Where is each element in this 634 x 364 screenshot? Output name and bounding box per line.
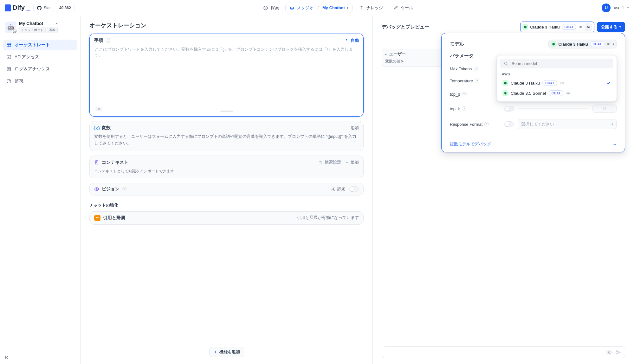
vision-settings[interactable]: 設定 bbox=[331, 186, 346, 192]
anthropic-icon: ✱ bbox=[551, 41, 556, 47]
sidenav-orchestrate[interactable]: オーケストレート bbox=[3, 40, 77, 50]
sidebar: 🤖 💬 My Chatbot ▾ チャットボット 基本 オーケストレート bbox=[0, 16, 81, 364]
anthropic-icon: ✱ bbox=[502, 90, 508, 96]
publish-button[interactable]: 公開する ▾ bbox=[597, 22, 625, 32]
app-card[interactable]: 🤖 💬 My Chatbot ▾ チャットボット 基本 bbox=[3, 19, 77, 35]
user-name: user1 bbox=[614, 5, 624, 10]
top-k-value[interactable]: 0 bbox=[592, 105, 617, 113]
document-icon bbox=[94, 160, 99, 165]
braces-icon: {x} bbox=[94, 125, 99, 131]
model-picker[interactable]: ✱ Claude 3 Haiku CHAT ▾ bbox=[548, 40, 617, 48]
settings-button[interactable] bbox=[585, 23, 592, 31]
logo[interactable]: Dify_ bbox=[5, 4, 30, 11]
plus-icon: ＋ bbox=[213, 349, 217, 355]
citation-panel: 引用と帰属 引用と帰属が有効になっています bbox=[89, 211, 364, 225]
help-icon[interactable]: ? bbox=[122, 187, 126, 191]
svg-point-29 bbox=[587, 26, 588, 27]
github-star[interactable]: Star 49,862 bbox=[33, 4, 74, 12]
svg-point-24 bbox=[96, 188, 97, 190]
debug-title: デバッグとプレビュー bbox=[382, 24, 429, 30]
eye-icon bbox=[566, 91, 570, 95]
github-star-label: Star bbox=[44, 6, 51, 10]
prompt-textarea[interactable] bbox=[94, 46, 359, 103]
response-format-toggle[interactable] bbox=[504, 121, 514, 127]
auto-generate[interactable]: 自動 bbox=[344, 38, 359, 43]
user-input-title: ユーザー bbox=[389, 52, 406, 57]
vision-panel: ビジョン ? 設定 bbox=[89, 183, 364, 195]
svg-rect-6 bbox=[7, 43, 11, 47]
gear-icon bbox=[331, 187, 336, 192]
add-variable[interactable]: ＋ 追加 bbox=[345, 125, 359, 131]
send-icon[interactable] bbox=[615, 349, 622, 355]
nav-tools[interactable]: ツール bbox=[389, 3, 417, 13]
chevron-down-icon[interactable]: ▾ bbox=[56, 22, 58, 25]
help-icon[interactable]: ? bbox=[475, 79, 479, 83]
prompt-panel: 手順 ? 自動 0 bbox=[89, 34, 364, 117]
search-settings[interactable]: 検索設定 bbox=[318, 160, 341, 165]
terminal-icon bbox=[6, 54, 11, 60]
response-format-select[interactable]: 選択してください ▾ bbox=[518, 119, 617, 129]
svg-point-35 bbox=[568, 93, 569, 94]
param-response-format: Response Format ? 選択してください ▾ bbox=[450, 116, 617, 132]
help-icon[interactable]: ? bbox=[462, 106, 466, 111]
svg-point-22 bbox=[320, 161, 320, 162]
svg-marker-1 bbox=[265, 7, 267, 9]
resize-handle[interactable] bbox=[220, 111, 233, 112]
svg-point-23 bbox=[321, 163, 321, 163]
nav-current-app[interactable]: My Chatbot ▾ bbox=[322, 5, 348, 10]
eye-icon bbox=[606, 42, 611, 46]
sidenav-logs[interactable]: ログ＆アナウンス bbox=[3, 64, 77, 74]
multi-model-debug-link[interactable]: 複数モデルでデバッグ bbox=[450, 141, 491, 147]
variables-hint: 変数を使用すると、ユーザーはフォームに入力する際にプロンプトの単語や開始の言葉を… bbox=[94, 133, 359, 147]
sidebar-collapse[interactable] bbox=[4, 354, 10, 360]
robot-icon bbox=[289, 5, 294, 10]
app-title: My Chatbot bbox=[19, 21, 43, 26]
svg-point-34 bbox=[561, 83, 562, 84]
nav-knowledge[interactable]: ナレッジ bbox=[355, 3, 387, 13]
vision-toggle[interactable] bbox=[349, 186, 359, 192]
plus-icon: ＋ bbox=[345, 125, 349, 131]
eye-icon bbox=[94, 187, 99, 192]
chevron-down-icon: ▾ bbox=[347, 6, 348, 10]
header-right: U user1 ▾ bbox=[602, 3, 629, 12]
side-nav: オーケストレート APIアクセス ログ＆アナウンス 監視 bbox=[3, 40, 77, 86]
citation-title: 引用と帰属 bbox=[103, 215, 125, 221]
top-nav: 探索 スタジオ / My Chatbot ▾ ナレッジ ツール bbox=[78, 3, 599, 13]
model-selector-top[interactable]: ✱ Claude 3 Haiku CHAT bbox=[520, 22, 594, 32]
context-panel: コンテキスト 検索設定 ＋ 追加 bbox=[89, 156, 364, 178]
enhance-heading: チャットの強化 bbox=[89, 202, 364, 208]
context-hint: コンテキストとして知識をインポートできます bbox=[94, 168, 359, 174]
list-icon bbox=[6, 67, 11, 72]
arrow-right-icon[interactable]: → bbox=[612, 142, 617, 147]
top-k-slider[interactable] bbox=[518, 106, 589, 112]
help-icon[interactable]: ? bbox=[462, 92, 467, 96]
chat-input[interactable]: 0 bbox=[382, 346, 625, 358]
github-icon bbox=[37, 5, 42, 10]
nav-explore[interactable]: 探索 bbox=[259, 3, 283, 13]
model-search-input[interactable] bbox=[511, 61, 610, 66]
add-context[interactable]: ＋ 追加 bbox=[345, 160, 359, 165]
context-title: コンテキスト bbox=[102, 160, 128, 165]
top-k-toggle[interactable] bbox=[504, 106, 514, 112]
help-icon[interactable]: ? bbox=[106, 38, 110, 43]
layout-icon bbox=[6, 42, 11, 48]
variables-panel: {x} 変数 ＋ 追加 変数を使用すると、ユーザーはフォームに入力する際にプロン… bbox=[89, 121, 364, 151]
help-icon[interactable]: ? bbox=[474, 67, 478, 71]
help-icon[interactable]: ? bbox=[484, 122, 489, 126]
model-search[interactable] bbox=[500, 59, 613, 68]
orchestration-title: オーケストレーション bbox=[89, 22, 146, 29]
quote-icon bbox=[94, 215, 100, 221]
model-label: モデル bbox=[450, 41, 464, 47]
steps-label: 手順 bbox=[94, 38, 103, 43]
chevron-down-icon[interactable]: ▾ bbox=[627, 6, 629, 10]
user-avatar[interactable]: U bbox=[602, 3, 611, 12]
add-feature-button[interactable]: ＋ 機能を追加 bbox=[209, 347, 244, 357]
sidenav-monitor[interactable]: 監視 bbox=[3, 76, 77, 86]
github-star-count: 49,862 bbox=[56, 4, 74, 12]
chat-char-count: 0 bbox=[606, 350, 613, 354]
model-option-claude-3-5-sonnet[interactable]: ✱ Claude 3.5 Sonnet CHAT bbox=[500, 88, 613, 98]
sidenav-api-access[interactable]: APIアクセス bbox=[3, 52, 77, 62]
model-option-claude-3-haiku[interactable]: ✱ Claude 3 Haiku CHAT bbox=[500, 78, 613, 88]
nav-studio[interactable]: スタジオ / My Chatbot ▾ bbox=[285, 3, 352, 13]
app-emoji: 🤖 💬 bbox=[5, 22, 16, 33]
